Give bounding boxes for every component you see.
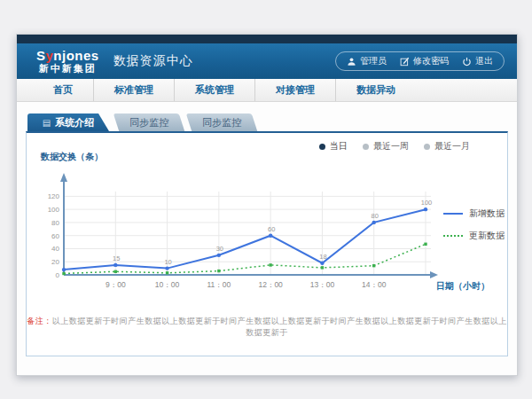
legend-line-sample (443, 235, 463, 237)
brand-logo: Synjones 新中新集团 (36, 49, 99, 74)
data-point-label: 100 (421, 199, 433, 207)
x-tick-label: 13：00 (310, 280, 335, 289)
user-action-change-password[interactable]: 修改密码 (400, 55, 449, 67)
user-action-admin[interactable]: 管理员 (347, 55, 387, 67)
data-point-label: 80 (372, 212, 379, 220)
y-tick-label: 80 (51, 219, 59, 227)
nav-item-3[interactable]: 对接管理 (255, 79, 336, 101)
tab-label: 同步监控 (129, 116, 168, 129)
nav-item-2[interactable]: 系统管理 (175, 79, 255, 101)
data-point-label: 15 (113, 254, 120, 262)
data-point (269, 233, 272, 237)
brand-letter: S (36, 48, 46, 63)
data-point (166, 271, 168, 274)
data-point (114, 270, 117, 273)
data-point (424, 207, 427, 211)
data-point (372, 264, 375, 267)
range-option-label: 最近一月 (434, 140, 470, 153)
brand-subtitle: 新中新集团 (36, 64, 99, 74)
brand-letters: njones (53, 48, 98, 63)
user-action-label: 管理员 (360, 55, 387, 67)
x-tick-label: 10：00 (155, 280, 180, 289)
legend-item-1[interactable]: 更新数据 (443, 230, 505, 242)
line-chart: 0204060801001209：0010：0011：0012：0013：001… (37, 156, 442, 301)
y-tick-label: 120 (48, 192, 60, 200)
tab-label: 同步监控 (202, 116, 241, 129)
data-point (372, 221, 376, 224)
data-point-label: 18 (319, 253, 326, 261)
footnote-text: 以上数据更新于时间产生数据以上数据更新于时间产生数据以上数据更新于时间产生数据以… (52, 317, 507, 337)
data-point (269, 263, 271, 266)
edit-icon (400, 57, 410, 66)
range-option-label: 当日 (330, 140, 348, 153)
user-actions-group: 管理员修改密码退出 (335, 51, 505, 71)
content-area: ▤系统介绍同步监控同步监控 当日最近一周最近一月 数据交换（条） 0204060… (17, 113, 517, 356)
x-tick-label: 12：00 (258, 280, 283, 289)
page-title: 数据资源中心 (113, 53, 193, 69)
nav-item-0[interactable]: 首页 (33, 79, 94, 101)
user-icon (347, 57, 356, 66)
x-axis-arrow-icon (430, 271, 438, 278)
range-option-1[interactable]: 最近一周 (363, 140, 409, 153)
app-header: Synjones 新中新集团 数据资源中心 管理员修改密码退出 (17, 43, 517, 79)
y-tick-label: 40 (51, 245, 59, 253)
data-point (62, 268, 66, 271)
data-point (424, 243, 426, 246)
y-tick-label: 20 (51, 258, 59, 266)
legend-line-sample (443, 213, 463, 215)
data-point-label: 30 (216, 245, 223, 253)
data-point-label: 10 (164, 258, 171, 266)
window-top-strip (17, 35, 517, 43)
nav-item-1[interactable]: 标准管理 (94, 79, 175, 101)
user-action-label: 修改密码 (413, 55, 449, 67)
power-icon (462, 57, 472, 66)
radio-dot-icon (319, 144, 325, 150)
x-axis-title: 日期（小时） (436, 280, 489, 293)
legend-label: 更新数据 (469, 230, 505, 242)
radio-dot-icon (424, 144, 430, 150)
chart-canvas: 0204060801001209：0010：0011：0012：0013：001… (37, 156, 442, 298)
footnote: 备注：以上数据更新于时间产生数据以上数据更新于时间产生数据以上数据更新于时间产生… (27, 316, 507, 339)
tab-1[interactable]: 同步监控 (113, 113, 184, 131)
radio-dot-icon (363, 144, 369, 150)
data-point-label: 60 (268, 225, 275, 233)
data-point (165, 266, 168, 270)
chart-legend: 新增数据更新数据 (443, 207, 505, 242)
legend-label: 新增数据 (469, 207, 505, 220)
tab-0[interactable]: ▤系统介绍 (27, 113, 109, 131)
x-tick-label: 11：00 (207, 280, 231, 289)
tab-2[interactable]: 同步监控 (186, 113, 257, 131)
nav-item-4[interactable]: 数据异动 (336, 79, 416, 101)
data-point (62, 272, 65, 275)
x-tick-label: 9：00 (106, 280, 126, 289)
app-window: Synjones 新中新集团 数据资源中心 管理员修改密码退出 首页标准管理系统… (16, 34, 518, 376)
y-tick-label: 0 (56, 271, 60, 279)
data-point (113, 263, 117, 267)
data-point (320, 262, 324, 265)
brand-name: Synjones (36, 49, 99, 62)
range-selector: 当日最近一周最近一月 (319, 140, 470, 153)
range-option-2[interactable]: 最近一月 (424, 140, 470, 153)
x-tick-label: 14：00 (362, 280, 387, 289)
tab-bar: ▤系统介绍同步监控同步监控 (26, 113, 508, 131)
data-point (217, 270, 220, 272)
data-point (217, 254, 221, 257)
document-grid-icon: ▤ (43, 118, 51, 128)
user-action-label: 退出 (475, 55, 493, 67)
main-nav: 首页标准管理系统管理对接管理数据异动 (17, 79, 517, 102)
data-point (321, 266, 324, 269)
y-axis-arrow-icon (60, 173, 67, 182)
y-tick-label: 100 (48, 206, 60, 214)
legend-item-0[interactable]: 新增数据 (443, 207, 505, 220)
tab-label: 系统介绍 (55, 116, 94, 129)
footnote-prefix: 备注： (27, 317, 52, 325)
range-option-label: 最近一周 (373, 140, 409, 153)
y-tick-label: 60 (51, 232, 59, 240)
user-action-logout[interactable]: 退出 (462, 55, 493, 67)
content-panel: 当日最近一周最近一月 数据交换（条） 0204060801001209：0010… (26, 131, 508, 356)
range-option-0[interactable]: 当日 (319, 140, 348, 153)
